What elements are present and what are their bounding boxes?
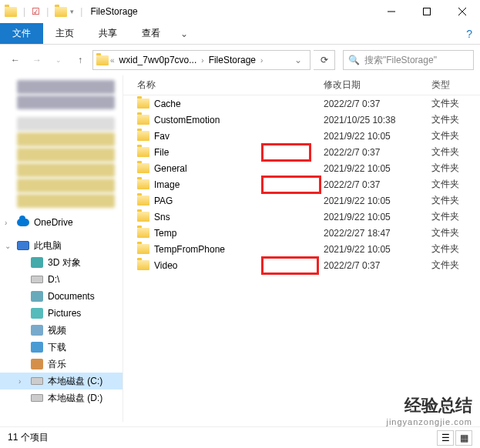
address-dropdown-icon[interactable]: ⌄ [290,55,307,65]
chevron-left-icon[interactable]: « [110,56,115,65]
sidebar-item-label: Documents [48,291,95,302]
folder-icon [5,7,17,17]
file-name: Cache [154,99,181,109]
recent-dropdown[interactable]: ⌄ [49,51,68,69]
tab-home[interactable]: 主页 [43,23,86,44]
minimize-button[interactable] [374,0,409,23]
file-type: 文件夹 [431,113,480,126]
pc-icon [17,241,29,250]
blurred-item [17,117,115,131]
column-headers: 名称 修改日期 类型 [123,75,480,95]
sidebar-item-local-c[interactable]: › 本地磁盘 (C:) [0,373,123,389]
sidebar-item-label: 本地磁盘 (D:) [48,392,102,405]
column-header-type[interactable]: 类型 [431,79,480,92]
file-date: 2022/2/7 0:37 [324,179,431,190]
blurred-item [17,132,115,146]
sidebar-item-3dobjects[interactable]: 3D 对象 [0,254,123,271]
table-row[interactable]: Video2022/2/7 0:37文件夹 [123,257,480,273]
file-name: Video [154,260,177,271]
navigation-bar: ← → ⌄ ↑ « wxid_7wv0p7cvo... › FileStorag… [0,45,480,75]
table-row[interactable]: General2021/9/22 10:05文件夹 [123,160,480,176]
separator: | [46,6,49,17]
window-controls [374,0,480,23]
back-button[interactable]: ← [6,51,25,69]
forward-button[interactable]: → [28,51,46,69]
address-bar[interactable]: « wxid_7wv0p7cvo... › FileStorage › ⌄ [92,50,310,70]
search-input[interactable]: 🔍 搜索"FileStorage" [343,50,474,70]
sidebar-item-label: 本地磁盘 (C:) [48,375,102,388]
table-row[interactable]: File2022/2/7 0:37文件夹 [123,144,480,160]
breadcrumb[interactable]: wxid_7wv0p7cvo... [116,53,200,67]
sidebar-item-thispc[interactable]: ⌄ 此电脑 [0,237,123,254]
onedrive-icon [17,219,29,226]
separator: | [23,6,25,17]
file-name: CustomEmotion [154,115,220,125]
close-button[interactable] [445,0,480,23]
file-date: 2021/10/25 10:38 [324,115,431,125]
search-placeholder: 搜索"FileStorage" [364,54,437,67]
drive-icon [31,276,43,283]
chevron-right-icon[interactable]: › [5,219,7,227]
refresh-button[interactable]: ⟳ [314,50,335,70]
table-row[interactable]: Cache2022/2/7 0:37文件夹 [123,95,480,112]
file-name: Fav [154,131,170,142]
sidebar-item-label: 下载 [48,341,66,354]
table-row[interactable]: Image2022/2/7 0:37文件夹 [123,176,480,192]
up-button[interactable]: ↑ [71,51,89,69]
sidebar-item-onedrive[interactable]: › OneDrive [0,214,123,231]
file-type: 文件夹 [431,226,480,239]
file-type: 文件夹 [431,129,480,142]
pictures-icon [31,308,43,319]
table-row[interactable]: TempFromPhone2021/9/22 10:05文件夹 [123,241,480,257]
chevron-right-icon[interactable]: › [260,56,263,65]
table-row[interactable]: CustomEmotion2021/10/25 10:38文件夹 [123,112,480,128]
icons-view-button[interactable]: ▦ [455,430,472,446]
help-icon[interactable]: ? [458,23,480,44]
chevron-down-icon[interactable]: ⌄ [5,242,11,250]
file-type: 文件夹 [431,178,480,191]
sidebar-item-d-drive[interactable]: D:\ [0,271,123,288]
folder-icon [137,179,149,189]
sidebar-item-label: 音乐 [48,358,66,371]
sidebar-item-label: 此电脑 [34,239,62,252]
documents-icon [31,291,43,302]
table-row[interactable]: PAG2021/9/22 10:05文件夹 [123,192,480,209]
main-area: › OneDrive ⌄ 此电脑 3D 对象 D:\ Documents [0,75,480,422]
table-row[interactable]: Temp2022/2/27 18:47文件夹 [123,225,480,241]
sidebar-item-documents[interactable]: Documents [0,288,123,305]
sidebar-item-local-d[interactable]: 本地磁盘 (D:) [0,389,123,406]
file-name: Temp [154,228,176,239]
dropdown-icon[interactable]: ▾ [70,8,74,15]
file-name: File [154,147,169,158]
details-view-button[interactable]: ☰ [437,430,454,446]
status-bar: 11 个项目 ☰ ▦ [0,426,480,448]
folder-icon [96,55,109,65]
sidebar-item-pictures[interactable]: Pictures [0,305,123,322]
file-date: 2021/9/22 10:05 [324,212,431,222]
tab-share[interactable]: 共享 [86,23,129,44]
breadcrumb[interactable]: FileStorage [206,53,259,67]
expand-ribbon-icon[interactable]: ⌄ [173,23,196,44]
table-row[interactable]: Sns2021/9/22 10:05文件夹 [123,209,480,225]
watermark-text: 经验总结 [386,394,472,417]
search-icon: 🔍 [348,55,360,65]
file-date: 2022/2/7 0:37 [324,99,431,109]
checkbox-icon[interactable]: ☑ [32,6,40,17]
maximize-button[interactable] [409,0,445,23]
column-header-name[interactable]: 名称 [123,79,324,92]
tab-file[interactable]: 文件 [0,23,43,44]
sidebar-item-label: D:\ [48,274,59,285]
column-header-date[interactable]: 修改日期 [324,79,431,92]
blurred-item [17,179,115,192]
file-date: 2022/2/27 18:47 [324,228,431,239]
chevron-right-icon[interactable]: › [18,377,21,386]
blurred-item [17,95,115,109]
table-row[interactable]: Fav2021/9/22 10:05文件夹 [123,128,480,144]
window-title: FileStorage [90,6,137,17]
sidebar-item-music[interactable]: 音乐 [0,356,123,373]
chevron-right-icon[interactable]: › [201,56,203,65]
sidebar-item-downloads[interactable]: 下载 [0,339,123,356]
downloads-icon [31,342,43,353]
tab-view[interactable]: 查看 [129,23,173,44]
sidebar-item-videos[interactable]: 视频 [0,322,123,339]
